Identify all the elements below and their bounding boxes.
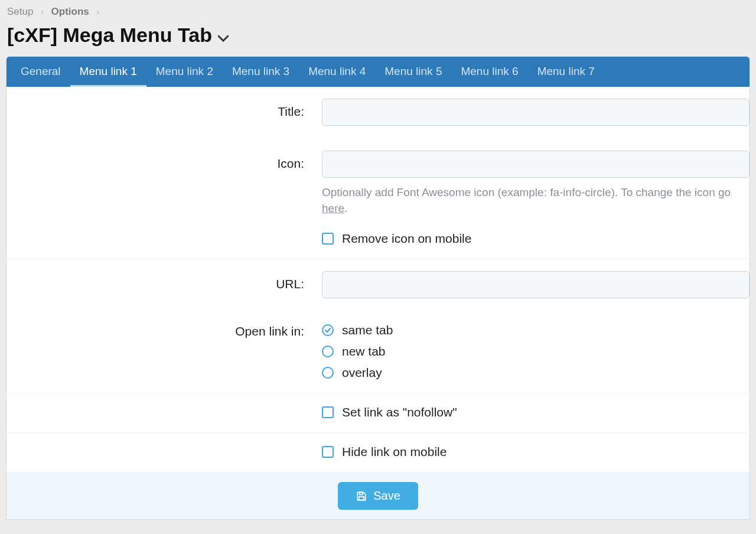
svg-rect-0 (360, 492, 363, 494)
radio-checked-icon (322, 324, 334, 336)
footer: Save (6, 473, 750, 519)
tab-menu-link-3[interactable]: Menu link 3 (223, 57, 299, 87)
checkbox-icon (322, 446, 334, 458)
nofollow-checkbox[interactable]: Set link as "nofollow" (322, 405, 750, 419)
tab-menu-link-1[interactable]: Menu link 1 (70, 57, 146, 87)
tab-menu-link-7[interactable]: Menu link 7 (528, 57, 604, 87)
radio-icon (322, 346, 334, 357)
breadcrumb-options[interactable]: Options (51, 6, 89, 17)
chevron-right-icon: › (97, 7, 100, 17)
hide-link-mobile-label: Hide link on mobile (342, 445, 447, 459)
checkbox-icon (322, 233, 334, 245)
open-link-in-label: Open link in: (6, 323, 314, 338)
url-label: URL: (6, 271, 314, 291)
radio-icon (322, 367, 334, 379)
tab-bar: General Menu link 1 Menu link 2 Menu lin… (6, 57, 750, 87)
icon-input[interactable] (322, 151, 750, 178)
radio-new-tab[interactable]: new tab (322, 344, 750, 359)
remove-icon-mobile-label: Remove icon on mobile (342, 232, 471, 246)
svg-rect-1 (359, 497, 364, 500)
url-input[interactable] (322, 271, 750, 298)
nofollow-label: Set link as "nofollow" (342, 405, 457, 419)
hide-link-mobile-checkbox[interactable]: Hide link on mobile (322, 445, 750, 459)
chevron-right-icon: › (41, 7, 44, 17)
form-body: Title: Icon: Optionally add Font Awesome… (6, 87, 750, 472)
title-label: Title: (6, 99, 314, 119)
checkbox-icon (322, 406, 334, 418)
tab-menu-link-5[interactable]: Menu link 5 (375, 57, 451, 87)
breadcrumb-setup[interactable]: Setup (7, 6, 33, 17)
tab-general[interactable]: General (11, 57, 70, 87)
save-icon (356, 490, 367, 502)
radio-overlay[interactable]: overlay (322, 366, 750, 380)
page-title-text: [cXF] Mega Menu Tab (7, 24, 212, 47)
save-button[interactable]: Save (338, 482, 418, 510)
radio-same-tab[interactable]: same tab (322, 323, 750, 337)
caret-down-icon (218, 24, 229, 47)
icon-hint: Optionally add Font Awesome icon (exampl… (322, 185, 750, 216)
options-panel: General Menu link 1 Menu link 2 Menu lin… (6, 56, 750, 520)
page-title[interactable]: [cXF] Mega Menu Tab (7, 24, 229, 47)
breadcrumb: Setup › Options › (0, 0, 756, 21)
icon-hint-link[interactable]: here (322, 202, 344, 214)
icon-label: Icon: (6, 151, 314, 171)
tab-menu-link-4[interactable]: Menu link 4 (299, 57, 375, 87)
tab-menu-link-6[interactable]: Menu link 6 (451, 57, 527, 87)
tab-menu-link-2[interactable]: Menu link 2 (146, 57, 223, 87)
remove-icon-mobile-checkbox[interactable]: Remove icon on mobile (322, 232, 750, 246)
title-input[interactable] (322, 99, 750, 126)
